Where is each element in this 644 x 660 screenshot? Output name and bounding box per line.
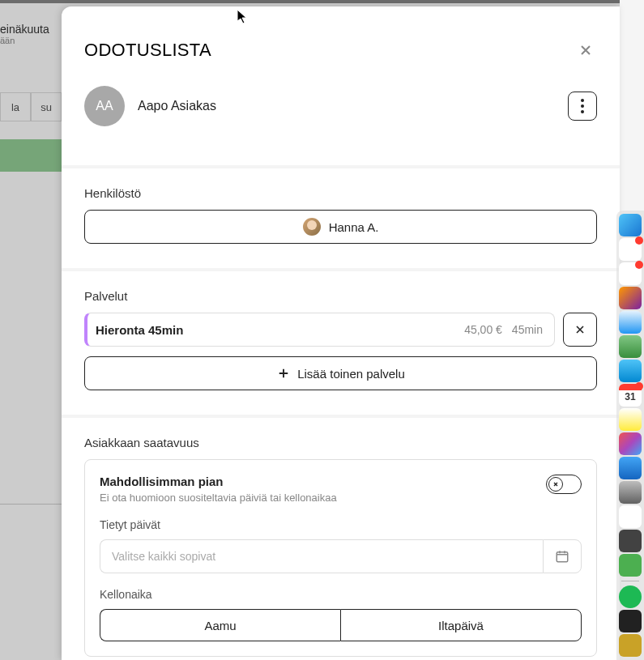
waitlist-modal: ODOTUSLISTA AA Aapo Asiakas Henkilöstö H…	[62, 6, 620, 660]
dock-calendar-icon[interactable]: 31	[619, 384, 642, 407]
add-service-button[interactable]: Lisää toinen palvelu	[84, 356, 597, 390]
remove-service-button[interactable]	[563, 313, 597, 347]
modal-header: ODOTUSLISTA	[62, 6, 620, 70]
customer-row: AA Aapo Asiakas	[62, 70, 620, 165]
time-label: Kellonaika	[100, 588, 582, 601]
staff-selected-name: Hanna A.	[329, 220, 379, 234]
time-buttons: Aamu Iltapäivä	[100, 609, 582, 641]
service-price: 45,00 €	[464, 323, 502, 336]
services-label: Palvelut	[84, 289, 597, 303]
dock-terminal-icon[interactable]	[619, 610, 642, 632]
svg-point-2	[581, 110, 584, 113]
service-duration: 45min	[512, 323, 543, 336]
staff-section: Henkilöstö Hanna A.	[62, 168, 620, 268]
close-icon	[578, 42, 594, 58]
dock-firefox-icon[interactable]	[619, 287, 642, 309]
dock-safari-icon[interactable]	[619, 311, 642, 334]
close-icon	[552, 481, 559, 488]
calendar-icon-day: 31	[619, 391, 642, 402]
staff-avatar-icon	[303, 218, 321, 236]
dock-app-icon[interactable]	[619, 432, 642, 455]
notification-badge	[635, 261, 643, 269]
dock-notes-icon[interactable]	[619, 408, 642, 431]
more-vertical-icon	[581, 99, 584, 113]
plus-icon	[276, 366, 291, 381]
availability-section: Asiakkaan saatavuus Mahdollisimman pian …	[62, 418, 620, 660]
time-button-afternoon[interactable]: Iltapäivä	[340, 609, 582, 641]
dock-divider	[621, 581, 639, 581]
dock-messages-icon[interactable]	[619, 335, 642, 358]
services-section: Palvelut Hieronta 45min 45,00 € 45min Li…	[62, 271, 620, 415]
toggle-knob	[548, 477, 563, 492]
dock-slack-icon[interactable]	[619, 262, 642, 285]
notification-badge	[635, 236, 643, 245]
close-icon	[574, 323, 586, 336]
days-label: Tietyt päivät	[100, 518, 582, 531]
macos-dock: 31	[616, 211, 644, 660]
time-button-morning[interactable]: Aamu	[100, 609, 340, 641]
dock-app-icon[interactable]	[619, 554, 642, 577]
asap-toggle[interactable]	[546, 475, 582, 494]
service-name: Hieronta 45min	[96, 323, 464, 337]
dock-settings-icon[interactable]	[619, 481, 642, 504]
availability-label: Asiakkaan saatavuus	[84, 436, 597, 449]
dock-app-icon[interactable]	[619, 530, 642, 552]
dock-appstore-icon[interactable]	[619, 457, 642, 479]
more-options-button[interactable]	[568, 92, 597, 121]
close-button[interactable]	[574, 39, 597, 62]
service-item[interactable]: Hieronta 45min 45,00 € 45min	[84, 313, 555, 347]
asap-text: Mahdollisimman pian Ei ota huomioon suos…	[100, 475, 337, 504]
svg-point-1	[581, 104, 584, 108]
customer-name: Aapo Asiakas	[138, 99, 568, 113]
notification-badge	[635, 382, 643, 390]
modal-title: ODOTUSLISTA	[84, 40, 211, 61]
date-select-row: Valitse kaikki sopivat	[100, 539, 582, 573]
calendar-icon	[555, 549, 569, 564]
dock-app-icon[interactable]	[619, 505, 642, 528]
availability-box: Mahdollisimman pian Ei ota huomioon suos…	[84, 459, 597, 657]
service-row: Hieronta 45min 45,00 € 45min	[84, 313, 597, 347]
dock-app-icon[interactable]	[619, 360, 642, 382]
asap-row: Mahdollisimman pian Ei ota huomioon suos…	[100, 475, 582, 504]
calendar-button[interactable]	[543, 539, 582, 573]
dock-app-icon[interactable]	[619, 238, 642, 261]
svg-rect-3	[557, 552, 568, 562]
days-input[interactable]: Valitse kaikki sopivat	[100, 539, 543, 573]
asap-hint: Ei ota huomioon suositeltavia päiviä tai…	[100, 492, 337, 504]
asap-label: Mahdollisimman pian	[100, 475, 337, 488]
dock-spotify-icon[interactable]	[619, 585, 642, 608]
staff-select[interactable]: Hanna A.	[84, 210, 597, 244]
add-service-label: Lisää toinen palvelu	[297, 367, 405, 381]
staff-label: Henkilöstö	[84, 186, 597, 200]
dock-finder-icon[interactable]	[619, 214, 642, 236]
dock-app-icon[interactable]	[619, 634, 642, 657]
svg-point-0	[581, 99, 584, 102]
customer-avatar: AA	[84, 86, 125, 126]
